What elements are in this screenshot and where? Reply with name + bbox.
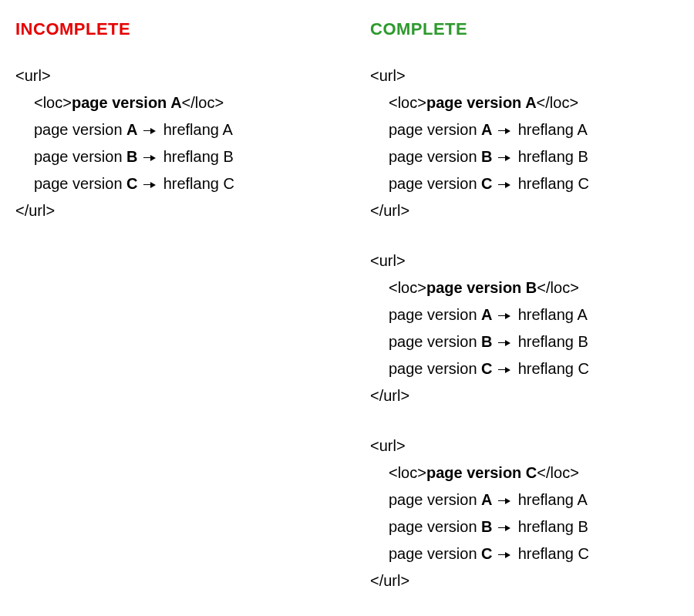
incomplete-heading: INCOMPLETE	[15, 19, 324, 39]
link-prefix: page version	[389, 333, 481, 350]
loc-line: <loc>page version A</loc>	[370, 89, 679, 116]
link-prefix: page version	[389, 121, 481, 138]
url-open-tag: <url>	[370, 247, 679, 274]
hreflang-line: page version C hreflang C	[15, 170, 324, 197]
link-dest: hreflang C	[514, 360, 589, 377]
hreflang-line: page version B hreflang B	[370, 143, 679, 170]
link-prefix: page version	[34, 148, 126, 165]
link-prefix: page version	[34, 121, 126, 138]
arrow-icon	[498, 551, 510, 559]
link-bold: B	[481, 148, 492, 165]
link-prefix: page version	[389, 148, 481, 165]
arrow-icon	[498, 366, 510, 374]
complete-heading: COMPLETE	[370, 19, 679, 39]
link-dest: hreflang C	[514, 545, 589, 562]
link-bold: A	[481, 121, 492, 138]
url-block: <url> <loc>page version C</loc> page ver…	[370, 433, 679, 594]
url-block: <url> <loc>page version A</loc> page ver…	[370, 62, 679, 224]
link-dest: hreflang A	[514, 306, 588, 323]
hreflang-line: page version A hreflang A	[15, 116, 324, 143]
loc-close: </loc>	[537, 279, 578, 296]
link-bold: A	[481, 306, 492, 323]
loc-text: page version C	[426, 464, 537, 481]
hreflang-line: page version B hreflang B	[15, 143, 324, 170]
arrow-icon	[498, 312, 510, 320]
loc-open: <loc>	[389, 94, 426, 111]
link-bold: C	[126, 175, 137, 192]
link-bold: B	[481, 518, 492, 535]
loc-text: page version A	[426, 94, 537, 111]
hreflang-line: page version A hreflang A	[370, 486, 679, 513]
hreflang-line: page version C hreflang C	[370, 540, 679, 567]
arrow-icon	[498, 524, 510, 532]
link-bold: C	[481, 175, 492, 192]
link-dest: hreflang A	[514, 121, 588, 138]
arrow-icon	[143, 181, 156, 189]
hreflang-line: page version C hreflang C	[370, 355, 679, 382]
link-bold: A	[481, 491, 492, 508]
url-open-tag: <url>	[370, 433, 679, 459]
url-close-tag: </url>	[370, 382, 679, 409]
link-prefix: page version	[389, 491, 481, 508]
link-bold: C	[481, 360, 492, 377]
link-dest: hreflang B	[159, 148, 234, 165]
loc-close: </loc>	[537, 94, 578, 111]
link-dest: hreflang B	[514, 518, 588, 535]
link-prefix: page version	[389, 518, 481, 535]
link-bold: B	[126, 148, 137, 165]
hreflang-line: page version C hreflang C	[370, 170, 679, 197]
url-block: <url> <loc>page version B</loc> page ver…	[370, 247, 679, 409]
link-dest: hreflang C	[159, 175, 234, 192]
url-open-tag: <url>	[370, 62, 679, 89]
url-open-tag: <url>	[15, 62, 324, 89]
link-bold: A	[126, 121, 137, 138]
loc-open: <loc>	[389, 279, 426, 296]
loc-text: page version B	[426, 279, 537, 296]
hreflang-line: page version A hreflang A	[370, 301, 679, 328]
arrow-icon	[498, 154, 510, 162]
arrow-icon	[498, 181, 510, 189]
link-dest: hreflang B	[514, 333, 588, 350]
arrow-icon	[143, 127, 156, 135]
hreflang-line: page version B hreflang B	[370, 513, 679, 540]
url-close-tag: </url>	[15, 197, 324, 224]
link-prefix: page version	[389, 306, 481, 323]
arrow-icon	[498, 497, 510, 505]
loc-line: <loc>page version C</loc>	[370, 459, 679, 486]
url-block: <url> <loc>page version A</loc> page ver…	[15, 62, 324, 224]
arrow-icon	[498, 339, 510, 347]
arrow-icon	[143, 154, 156, 162]
link-prefix: page version	[389, 175, 481, 192]
url-close-tag: </url>	[370, 567, 679, 594]
link-dest: hreflang A	[514, 491, 588, 508]
link-dest: hreflang A	[159, 121, 233, 138]
loc-line: <loc>page version B</loc>	[370, 274, 679, 301]
incomplete-column: INCOMPLETE <url> <loc>page version A</lo…	[15, 19, 324, 616]
loc-line: <loc>page version A</loc>	[15, 89, 324, 116]
link-prefix: page version	[389, 545, 481, 562]
arrow-icon	[498, 127, 510, 135]
link-prefix: page version	[34, 175, 126, 192]
link-dest: hreflang B	[514, 148, 588, 165]
loc-open: <loc>	[34, 94, 72, 111]
hreflang-line: page version A hreflang A	[370, 116, 679, 143]
link-prefix: page version	[389, 360, 481, 377]
loc-text: page version A	[72, 94, 182, 111]
hreflang-line: page version B hreflang B	[370, 328, 679, 355]
complete-column: COMPLETE <url> <loc>page version A</loc>…	[370, 19, 679, 616]
link-dest: hreflang C	[514, 175, 589, 192]
link-bold: B	[481, 333, 492, 350]
loc-close: </loc>	[537, 464, 578, 481]
loc-open: <loc>	[389, 464, 426, 481]
loc-close: </loc>	[182, 94, 224, 111]
diagram-container: INCOMPLETE <url> <loc>page version A</lo…	[15, 19, 679, 616]
url-close-tag: </url>	[370, 197, 679, 224]
link-bold: C	[481, 545, 492, 562]
